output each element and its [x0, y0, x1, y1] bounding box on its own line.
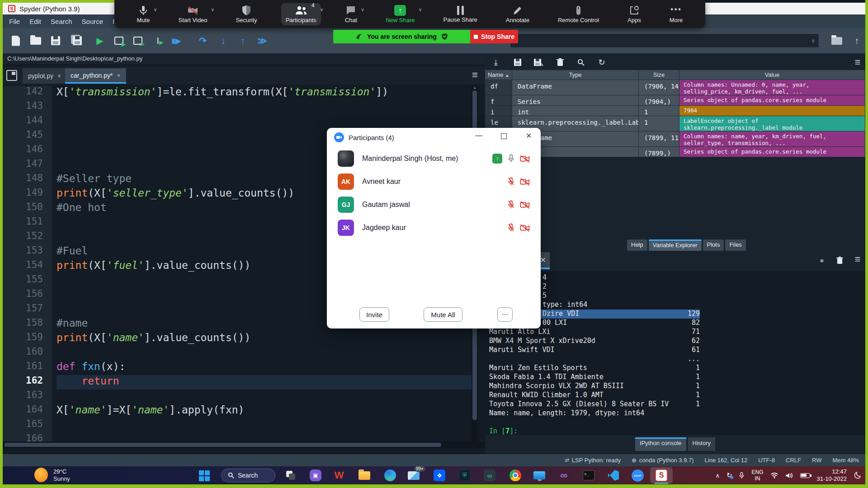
close-console-icon[interactable]: ✕ — [540, 256, 546, 264]
remove-variable-icon[interactable] — [555, 57, 566, 68]
tab-files[interactable]: Files — [725, 239, 745, 251]
variable-row[interactable]: XDataFrame(7899, 11)Column names: name, … — [485, 131, 865, 147]
language-indicator[interactable]: ENGIN — [751, 469, 763, 482]
battery-icon[interactable] — [800, 473, 810, 478]
open-working-dir-icon[interactable] — [829, 33, 844, 48]
participants-window[interactable]: Participants (4) — ✕ Maninderpal Singh (… — [327, 128, 541, 328]
menu-search[interactable]: Search — [51, 18, 72, 25]
windows-start-icon[interactable] — [199, 470, 210, 481]
interrupt-kernel-icon[interactable]: ■ — [816, 255, 827, 266]
weather-widget[interactable]: 29°CSunny — [34, 468, 70, 482]
editor-horizontal-scrollbar[interactable] — [3, 441, 485, 448]
open-file-icon[interactable] — [28, 33, 43, 48]
menu-source[interactable]: Source — [82, 18, 104, 25]
clock[interactable]: 12:4731-10-2022 — [817, 468, 847, 483]
new-share-button[interactable]: ↑ ∨ New Share — [381, 3, 419, 25]
volume-icon[interactable] — [785, 472, 793, 479]
tab-history[interactable]: History — [688, 437, 715, 451]
mute-button[interactable]: ∨ Mute — [132, 3, 155, 25]
edge-browser-icon[interactable] — [383, 469, 397, 482]
console-remove-icon[interactable] — [834, 255, 845, 266]
arduino-icon[interactable]: ∞ — [483, 469, 496, 482]
table-header[interactable]: Name ▲ Type Size Value — [485, 70, 865, 80]
refresh-variables-icon[interactable]: ↻ — [596, 57, 607, 68]
variable-value[interactable]: Column names: Unnamed: 0, name, year,sel… — [679, 80, 865, 95]
variable-value[interactable]: Series object of pandas.core.series modu… — [679, 95, 865, 105]
task-view-icon[interactable] — [284, 469, 297, 482]
scrollbar-up-icon[interactable]: ▲ — [472, 85, 477, 90]
code-line[interactable] — [57, 100, 473, 115]
night-mode-icon[interactable] — [854, 471, 862, 479]
variable-row[interactable]: fSeries(7904,)Series object of pandas.co… — [485, 95, 865, 106]
tray-expand-icon[interactable]: ∧ — [715, 472, 720, 479]
minimize-icon[interactable]: — — [475, 131, 482, 140]
variable-row[interactable]: ySeries(7899,)Series object of pandas.co… — [485, 147, 865, 157]
pause-share-button[interactable]: Pause Share — [439, 4, 482, 25]
tab-pyplot[interactable]: pyplot.py × — [23, 68, 66, 84]
participant-row[interactable]: GJ Gautam jaswal — [338, 196, 530, 214]
code-line[interactable]: print(X['name'].value_counts()) — [57, 332, 473, 346]
participant-row[interactable]: JK Jagdeep kaur — [338, 219, 530, 237]
parent-dir-icon[interactable]: ↑ — [849, 33, 864, 48]
annotate-button[interactable]: Annotate — [501, 3, 534, 25]
step-over-icon[interactable]: ↷ — [195, 33, 211, 48]
code-line[interactable]: def fxn(x): — [57, 361, 473, 375]
zoom-app-icon[interactable]: zoom — [631, 469, 644, 482]
participants-button[interactable]: 4 ∨ Participants — [281, 3, 321, 25]
menu-file[interactable]: File — [9, 18, 20, 25]
scrollbar-thumb[interactable] — [5, 443, 441, 447]
close-tab-icon[interactable]: × — [57, 72, 61, 80]
vscode-icon[interactable] — [607, 469, 620, 482]
chevron-down-icon[interactable]: ∨ — [153, 7, 157, 13]
start-video-button[interactable]: ∨ Start Video — [174, 3, 212, 25]
save-all-icon[interactable] — [70, 33, 85, 48]
variable-row[interactable]: dfDataFrame(7906, 14)Column names: Unnam… — [485, 80, 865, 95]
chat-app-icon[interactable]: ▣ — [309, 469, 322, 482]
variable-row[interactable]: iint17904 — [485, 106, 865, 116]
more-button[interactable]: ••• More — [665, 3, 688, 25]
wps-office-icon[interactable]: W — [332, 469, 346, 482]
spyder-taskbar-icon[interactable]: S — [655, 469, 668, 482]
mute-all-button[interactable]: Mute All — [424, 307, 462, 322]
stop-share-button[interactable]: Stop Share — [470, 30, 518, 43]
run-cell-icon[interactable]: ▶ — [111, 33, 127, 48]
variable-value[interactable]: 7904 — [679, 106, 865, 116]
code-line[interactable]: X['name']=X['name'].apply(fxn) — [57, 404, 473, 418]
debug-file-icon[interactable]: ▮▶ — [169, 33, 184, 48]
visual-studio-icon[interactable]: ∞ — [557, 469, 571, 482]
save-data-as-icon[interactable]: ✎ — [533, 57, 544, 68]
close-tab-icon[interactable]: × — [117, 72, 120, 79]
terminal-icon[interactable]: >_ — [582, 469, 595, 482]
variable-value[interactable]: Series object of pandas.core.series modu… — [679, 147, 865, 157]
wifi-icon[interactable] — [770, 472, 778, 479]
tab-help[interactable]: Help — [627, 239, 647, 251]
code-line[interactable] — [57, 418, 473, 433]
power-toys-icon[interactable]: ⛨ — [458, 469, 472, 482]
chrome-icon[interactable] — [509, 469, 522, 482]
security-button[interactable]: Security — [231, 3, 262, 25]
variable-explorer-options-icon[interactable]: ≡ — [852, 57, 863, 68]
variable-row[interactable]: lesklearn.preprocessing._label.LabelEnco… — [485, 116, 865, 131]
chat-button[interactable]: ∨ Chat — [340, 3, 362, 25]
console-options-icon[interactable]: ≡ — [852, 254, 863, 265]
chevron-down-icon[interactable]: ∨ — [320, 7, 324, 13]
code-line[interactable]: return — [57, 375, 473, 389]
code-line[interactable] — [57, 346, 473, 361]
menu-edit[interactable]: Edit — [29, 18, 41, 25]
microphone-tray-icon[interactable] — [739, 472, 745, 479]
run-cell-advance-icon[interactable]: ≫ — [130, 33, 146, 48]
import-data-icon[interactable]: ⤓ — [491, 57, 501, 68]
participant-row[interactable]: AK Avneet kaur — [338, 173, 530, 191]
editor-options-icon[interactable]: ≡ — [472, 69, 478, 81]
dropbox-icon[interactable]: ❖ — [433, 469, 446, 482]
search-variable-icon[interactable] — [576, 57, 586, 68]
apps-button[interactable]: Apps — [623, 3, 646, 25]
tab-variable-explorer[interactable]: Variable Explorer — [649, 239, 702, 251]
variable-value[interactable]: LabelEncoder object ofsklearn.preprocess… — [679, 116, 865, 131]
display-app-icon[interactable] — [533, 469, 546, 482]
working-directory-combo[interactable]: ∨ — [510, 33, 819, 48]
env-status[interactable]: ⊗conda (Python 3.9.7) — [632, 457, 694, 464]
file-explorer-icon[interactable] — [358, 469, 371, 482]
ipython-console-pane[interactable]: ✕ ■ ≡ 425type: int64Dzire VDI12900 LXI82… — [485, 252, 865, 454]
chevron-down-icon[interactable]: ∨ — [418, 7, 422, 13]
